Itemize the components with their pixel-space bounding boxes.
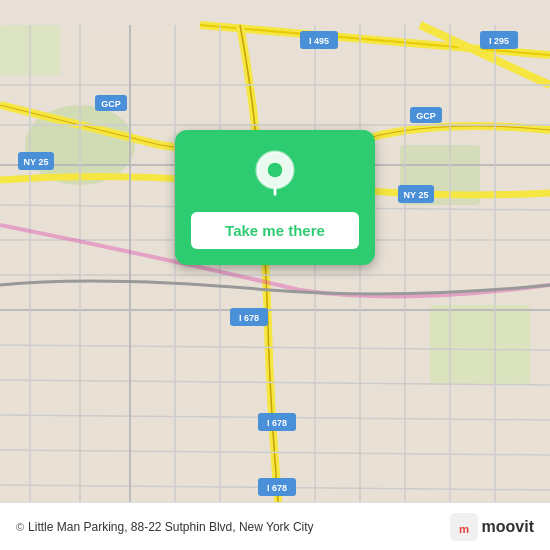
bottom-info: © Little Man Parking, 88-22 Sutphin Blvd… [16, 520, 314, 534]
svg-rect-3 [430, 305, 530, 385]
svg-text:GCP: GCP [416, 111, 436, 121]
svg-text:I 678: I 678 [267, 418, 287, 428]
copyright-symbol: © [16, 521, 24, 533]
navigation-card: Take me there [175, 130, 375, 265]
moovit-icon: m [450, 513, 478, 541]
address-text: Little Man Parking, 88-22 Sutphin Blvd, … [28, 520, 313, 534]
bottom-bar: © Little Man Parking, 88-22 Sutphin Blvd… [0, 502, 550, 550]
svg-text:m: m [458, 523, 468, 535]
svg-text:NY 25: NY 25 [404, 190, 429, 200]
location-pin-icon [250, 150, 300, 200]
svg-text:I 678: I 678 [239, 313, 259, 323]
svg-text:I 495: I 495 [309, 36, 329, 46]
svg-text:I 678: I 678 [267, 483, 287, 493]
svg-text:GCP: GCP [101, 99, 121, 109]
svg-text:NY 25: NY 25 [24, 157, 49, 167]
svg-point-46 [268, 163, 283, 178]
map-container: I 495 I 295 GCP GCP NY 25 NY 25 I 678 I … [0, 0, 550, 550]
svg-text:I 295: I 295 [489, 36, 509, 46]
map-background: I 495 I 295 GCP GCP NY 25 NY 25 I 678 I … [0, 0, 550, 550]
moovit-text: moovit [482, 518, 534, 536]
moovit-logo: m moovit [450, 513, 534, 541]
take-me-there-button[interactable]: Take me there [191, 212, 359, 249]
